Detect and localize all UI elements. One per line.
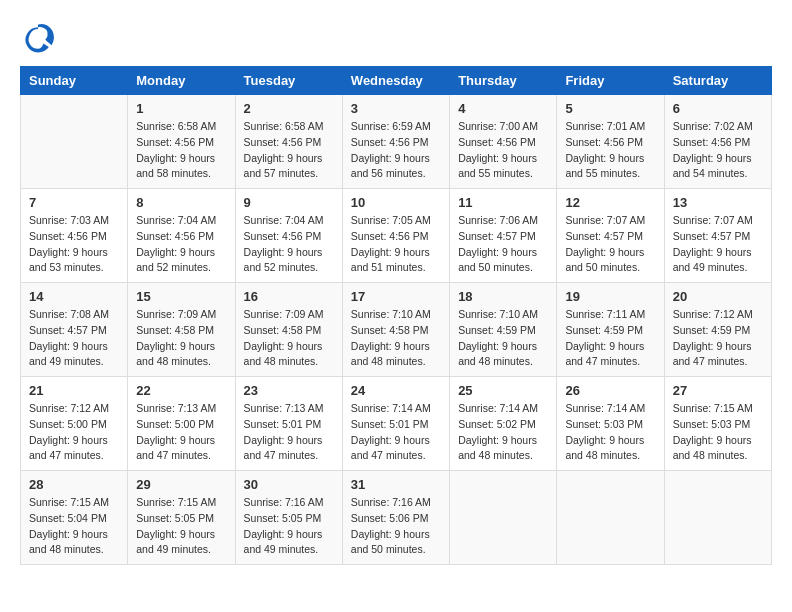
- calendar-cell: 9Sunrise: 7:04 AM Sunset: 4:56 PM Daylig…: [235, 189, 342, 283]
- day-number: 29: [136, 477, 226, 492]
- day-number: 10: [351, 195, 441, 210]
- day-info: Sunrise: 7:14 AM Sunset: 5:02 PM Dayligh…: [458, 401, 548, 464]
- day-number: 27: [673, 383, 763, 398]
- calendar-cell: 8Sunrise: 7:04 AM Sunset: 4:56 PM Daylig…: [128, 189, 235, 283]
- day-number: 17: [351, 289, 441, 304]
- day-info: Sunrise: 7:10 AM Sunset: 4:59 PM Dayligh…: [458, 307, 548, 370]
- day-info: Sunrise: 7:02 AM Sunset: 4:56 PM Dayligh…: [673, 119, 763, 182]
- page-header: [20, 20, 772, 56]
- day-number: 7: [29, 195, 119, 210]
- calendar-cell: 30Sunrise: 7:16 AM Sunset: 5:05 PM Dayli…: [235, 471, 342, 565]
- header-cell-sunday: Sunday: [21, 67, 128, 95]
- day-info: Sunrise: 7:13 AM Sunset: 5:00 PM Dayligh…: [136, 401, 226, 464]
- calendar-body: 1Sunrise: 6:58 AM Sunset: 4:56 PM Daylig…: [21, 95, 772, 565]
- calendar-cell: 12Sunrise: 7:07 AM Sunset: 4:57 PM Dayli…: [557, 189, 664, 283]
- day-info: Sunrise: 7:14 AM Sunset: 5:03 PM Dayligh…: [565, 401, 655, 464]
- logo-icon: [20, 20, 56, 56]
- day-info: Sunrise: 7:08 AM Sunset: 4:57 PM Dayligh…: [29, 307, 119, 370]
- calendar-cell: 18Sunrise: 7:10 AM Sunset: 4:59 PM Dayli…: [450, 283, 557, 377]
- day-number: 24: [351, 383, 441, 398]
- day-number: 2: [244, 101, 334, 116]
- calendar-cell: 7Sunrise: 7:03 AM Sunset: 4:56 PM Daylig…: [21, 189, 128, 283]
- calendar-table: SundayMondayTuesdayWednesdayThursdayFrid…: [20, 66, 772, 565]
- calendar-cell: 5Sunrise: 7:01 AM Sunset: 4:56 PM Daylig…: [557, 95, 664, 189]
- day-info: Sunrise: 7:09 AM Sunset: 4:58 PM Dayligh…: [244, 307, 334, 370]
- calendar-cell: 10Sunrise: 7:05 AM Sunset: 4:56 PM Dayli…: [342, 189, 449, 283]
- day-number: 6: [673, 101, 763, 116]
- day-info: Sunrise: 7:05 AM Sunset: 4:56 PM Dayligh…: [351, 213, 441, 276]
- calendar-cell: 31Sunrise: 7:16 AM Sunset: 5:06 PM Dayli…: [342, 471, 449, 565]
- calendar-cell: [557, 471, 664, 565]
- calendar-cell: 17Sunrise: 7:10 AM Sunset: 4:58 PM Dayli…: [342, 283, 449, 377]
- calendar-cell: 26Sunrise: 7:14 AM Sunset: 5:03 PM Dayli…: [557, 377, 664, 471]
- day-number: 5: [565, 101, 655, 116]
- day-number: 12: [565, 195, 655, 210]
- calendar-cell: 29Sunrise: 7:15 AM Sunset: 5:05 PM Dayli…: [128, 471, 235, 565]
- day-info: Sunrise: 7:13 AM Sunset: 5:01 PM Dayligh…: [244, 401, 334, 464]
- day-number: 21: [29, 383, 119, 398]
- calendar-cell: 20Sunrise: 7:12 AM Sunset: 4:59 PM Dayli…: [664, 283, 771, 377]
- day-number: 18: [458, 289, 548, 304]
- calendar-cell: 23Sunrise: 7:13 AM Sunset: 5:01 PM Dayli…: [235, 377, 342, 471]
- header-cell-thursday: Thursday: [450, 67, 557, 95]
- day-number: 4: [458, 101, 548, 116]
- header-cell-saturday: Saturday: [664, 67, 771, 95]
- day-info: Sunrise: 7:04 AM Sunset: 4:56 PM Dayligh…: [136, 213, 226, 276]
- day-number: 20: [673, 289, 763, 304]
- calendar-cell: [664, 471, 771, 565]
- day-info: Sunrise: 6:58 AM Sunset: 4:56 PM Dayligh…: [136, 119, 226, 182]
- calendar-cell: 24Sunrise: 7:14 AM Sunset: 5:01 PM Dayli…: [342, 377, 449, 471]
- calendar-cell: 14Sunrise: 7:08 AM Sunset: 4:57 PM Dayli…: [21, 283, 128, 377]
- calendar-cell: 3Sunrise: 6:59 AM Sunset: 4:56 PM Daylig…: [342, 95, 449, 189]
- day-info: Sunrise: 7:06 AM Sunset: 4:57 PM Dayligh…: [458, 213, 548, 276]
- day-number: 8: [136, 195, 226, 210]
- day-info: Sunrise: 7:12 AM Sunset: 4:59 PM Dayligh…: [673, 307, 763, 370]
- calendar-cell: 19Sunrise: 7:11 AM Sunset: 4:59 PM Dayli…: [557, 283, 664, 377]
- day-info: Sunrise: 7:16 AM Sunset: 5:06 PM Dayligh…: [351, 495, 441, 558]
- calendar-cell: 22Sunrise: 7:13 AM Sunset: 5:00 PM Dayli…: [128, 377, 235, 471]
- header-row: SundayMondayTuesdayWednesdayThursdayFrid…: [21, 67, 772, 95]
- calendar-cell: 16Sunrise: 7:09 AM Sunset: 4:58 PM Dayli…: [235, 283, 342, 377]
- calendar-cell: 11Sunrise: 7:06 AM Sunset: 4:57 PM Dayli…: [450, 189, 557, 283]
- day-info: Sunrise: 7:03 AM Sunset: 4:56 PM Dayligh…: [29, 213, 119, 276]
- day-info: Sunrise: 7:07 AM Sunset: 4:57 PM Dayligh…: [565, 213, 655, 276]
- calendar-header: SundayMondayTuesdayWednesdayThursdayFrid…: [21, 67, 772, 95]
- day-number: 1: [136, 101, 226, 116]
- day-info: Sunrise: 7:14 AM Sunset: 5:01 PM Dayligh…: [351, 401, 441, 464]
- day-info: Sunrise: 7:11 AM Sunset: 4:59 PM Dayligh…: [565, 307, 655, 370]
- week-row-2: 7Sunrise: 7:03 AM Sunset: 4:56 PM Daylig…: [21, 189, 772, 283]
- day-number: 22: [136, 383, 226, 398]
- day-info: Sunrise: 7:15 AM Sunset: 5:03 PM Dayligh…: [673, 401, 763, 464]
- calendar-cell: 21Sunrise: 7:12 AM Sunset: 5:00 PM Dayli…: [21, 377, 128, 471]
- day-number: 25: [458, 383, 548, 398]
- logo: [20, 20, 60, 56]
- week-row-1: 1Sunrise: 6:58 AM Sunset: 4:56 PM Daylig…: [21, 95, 772, 189]
- header-cell-tuesday: Tuesday: [235, 67, 342, 95]
- calendar-cell: 6Sunrise: 7:02 AM Sunset: 4:56 PM Daylig…: [664, 95, 771, 189]
- calendar-cell: 27Sunrise: 7:15 AM Sunset: 5:03 PM Dayli…: [664, 377, 771, 471]
- day-info: Sunrise: 7:15 AM Sunset: 5:04 PM Dayligh…: [29, 495, 119, 558]
- day-number: 14: [29, 289, 119, 304]
- day-number: 28: [29, 477, 119, 492]
- calendar-cell: [450, 471, 557, 565]
- day-info: Sunrise: 7:16 AM Sunset: 5:05 PM Dayligh…: [244, 495, 334, 558]
- calendar-cell: 25Sunrise: 7:14 AM Sunset: 5:02 PM Dayli…: [450, 377, 557, 471]
- day-info: Sunrise: 7:00 AM Sunset: 4:56 PM Dayligh…: [458, 119, 548, 182]
- day-number: 26: [565, 383, 655, 398]
- week-row-5: 28Sunrise: 7:15 AM Sunset: 5:04 PM Dayli…: [21, 471, 772, 565]
- header-cell-friday: Friday: [557, 67, 664, 95]
- calendar-cell: 15Sunrise: 7:09 AM Sunset: 4:58 PM Dayli…: [128, 283, 235, 377]
- day-number: 16: [244, 289, 334, 304]
- calendar-cell: 2Sunrise: 6:58 AM Sunset: 4:56 PM Daylig…: [235, 95, 342, 189]
- day-number: 23: [244, 383, 334, 398]
- week-row-4: 21Sunrise: 7:12 AM Sunset: 5:00 PM Dayli…: [21, 377, 772, 471]
- calendar-cell: 1Sunrise: 6:58 AM Sunset: 4:56 PM Daylig…: [128, 95, 235, 189]
- calendar-cell: 4Sunrise: 7:00 AM Sunset: 4:56 PM Daylig…: [450, 95, 557, 189]
- day-number: 15: [136, 289, 226, 304]
- day-info: Sunrise: 7:15 AM Sunset: 5:05 PM Dayligh…: [136, 495, 226, 558]
- day-number: 9: [244, 195, 334, 210]
- day-info: Sunrise: 7:04 AM Sunset: 4:56 PM Dayligh…: [244, 213, 334, 276]
- day-info: Sunrise: 7:09 AM Sunset: 4:58 PM Dayligh…: [136, 307, 226, 370]
- day-info: Sunrise: 6:58 AM Sunset: 4:56 PM Dayligh…: [244, 119, 334, 182]
- day-number: 11: [458, 195, 548, 210]
